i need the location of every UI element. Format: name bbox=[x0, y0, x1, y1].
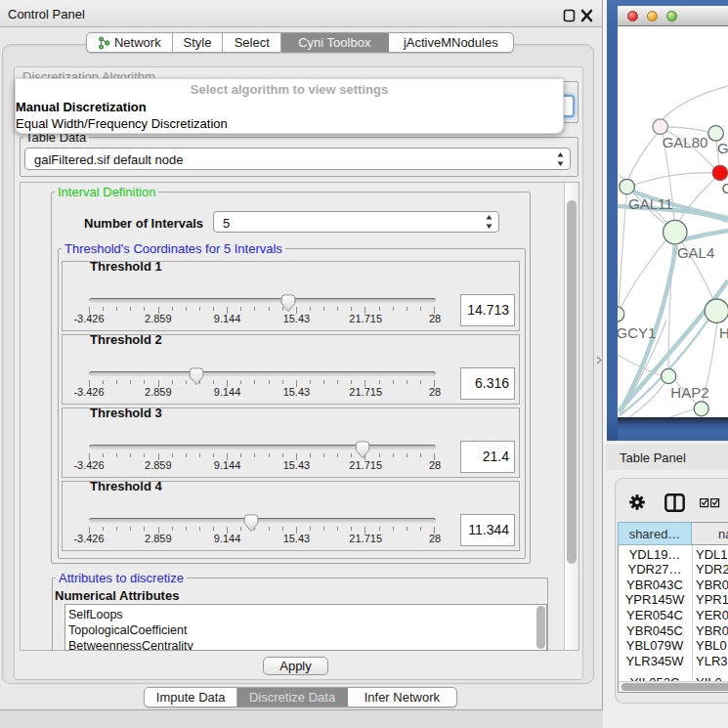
svg-text:C: C bbox=[722, 180, 728, 196]
svg-text:HAP2: HAP2 bbox=[670, 384, 708, 401]
svg-text:GAL11: GAL11 bbox=[628, 195, 673, 212]
svg-text:H: H bbox=[719, 324, 728, 341]
svg-text:GAL80: GAL80 bbox=[663, 134, 708, 150]
svg-text:GAL4: GAL4 bbox=[677, 244, 714, 261]
svg-text:GCY1: GCY1 bbox=[618, 324, 656, 341]
svg-text:GA: GA bbox=[717, 140, 728, 156]
